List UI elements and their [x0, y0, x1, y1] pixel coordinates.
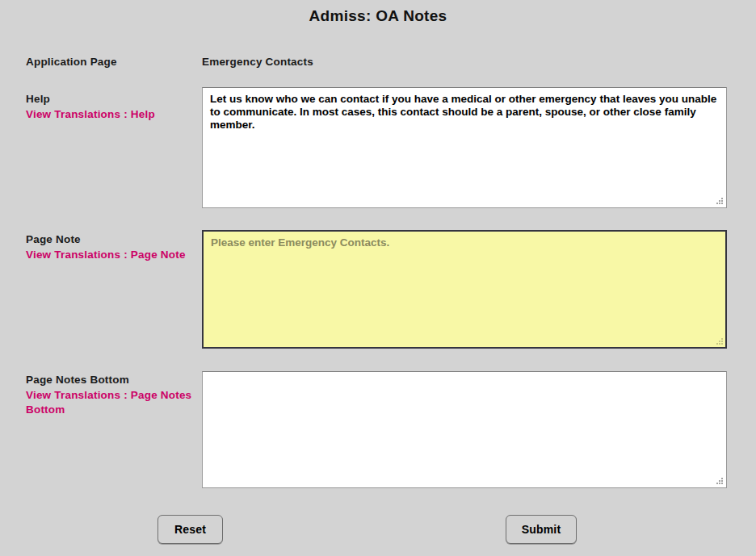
help-label: Help — [26, 93, 202, 105]
oa-notes-page: Admiss: OA Notes Application Page Emerge… — [0, 0, 756, 556]
page-notes-bottom-field-wrapper — [202, 371, 727, 488]
view-translations-help-link[interactable]: View Translations : Help — [26, 107, 202, 122]
reset-button[interactable]: Reset — [158, 515, 223, 544]
emergency-contacts-header: Emergency Contacts — [202, 56, 313, 68]
application-page-header: Application Page — [26, 56, 117, 68]
page-note-label: Page Note — [26, 233, 202, 245]
page-notes-bottom-textarea[interactable] — [202, 371, 727, 488]
page-note-field-wrapper — [202, 230, 727, 349]
view-translations-page-notes-bottom-link[interactable]: View Translations : Page Notes Bottom — [26, 388, 202, 417]
submit-button[interactable]: Submit — [506, 515, 577, 544]
page-note-textarea[interactable] — [202, 230, 727, 349]
resize-grip-icon[interactable] — [716, 198, 724, 205]
page-notes-bottom-label: Page Notes Bottom — [26, 374, 202, 386]
page-title: Admiss: OA Notes — [0, 7, 756, 25]
help-field-wrapper: Let us know who we can contact if you ha… — [202, 87, 727, 208]
resize-grip-icon[interactable] — [716, 478, 724, 485]
resize-grip-icon[interactable] — [716, 338, 724, 345]
help-textarea[interactable]: Let us know who we can contact if you ha… — [202, 87, 727, 208]
view-translations-page-note-link[interactable]: View Translations : Page Note — [26, 248, 202, 262]
